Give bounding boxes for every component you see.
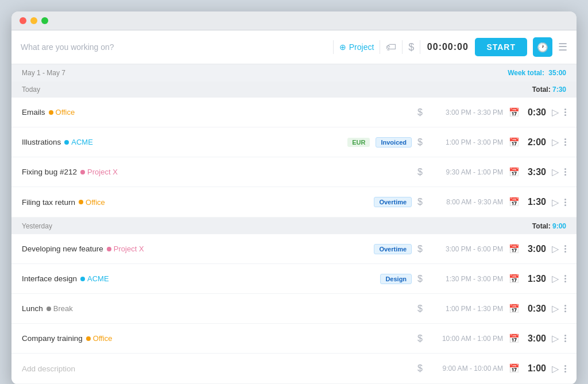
divider3 — [402, 40, 403, 54]
clock-icon: 🕐 — [537, 42, 548, 53]
duration: 0:30 — [525, 107, 546, 118]
dollar-icon[interactable]: $ — [417, 137, 423, 148]
day-total: Total: 7:30 — [532, 86, 566, 94]
close-dot[interactable] — [20, 17, 26, 24]
more-options-button[interactable] — [564, 365, 566, 373]
more-options-button[interactable] — [564, 245, 566, 253]
tag-badge: Overtime — [374, 244, 412, 254]
play-icon[interactable]: ▷ — [552, 243, 559, 254]
calendar-icon[interactable]: 📅 — [509, 274, 520, 284]
table-row: Company training Office $ 10:00 AM - 1:0… — [11, 324, 577, 354]
day-label: Today — [22, 86, 40, 94]
project-name: ACME — [71, 138, 93, 146]
play-icon[interactable]: ▷ — [552, 363, 559, 374]
project-name: Break — [53, 304, 73, 313]
more-options-button[interactable] — [564, 138, 566, 146]
time-range: 1:30 PM - 3:00 PM — [428, 275, 503, 283]
duration: 1:30 — [525, 274, 546, 284]
tag-badge: Invoiced — [376, 137, 412, 148]
clock-button[interactable]: 🕐 — [533, 37, 552, 57]
project-dot: Project X — [80, 168, 118, 176]
play-icon[interactable]: ▷ — [552, 333, 559, 344]
table-row: Emails Office $ 3:00 PM - 3:30 PM 📅 0:30… — [11, 98, 577, 127]
table-row: Illustrations ACME EUR Invoiced $ 1:00 P… — [11, 127, 577, 157]
calendar-icon[interactable]: 📅 — [509, 363, 520, 374]
day-header-0: Today Total: 7:30 — [11, 82, 577, 98]
calendar-icon[interactable]: 📅 — [509, 137, 520, 148]
entry-description: Interface design ACME — [22, 274, 374, 283]
dollar-icon[interactable]: $ — [417, 333, 423, 344]
calendar-icon[interactable]: 📅 — [509, 107, 520, 118]
entry-title: Interface design — [22, 274, 77, 283]
add-description-text[interactable]: Add description — [22, 364, 75, 373]
dot-icon — [80, 170, 85, 174]
play-icon[interactable]: ▷ — [552, 137, 559, 148]
more-options-button[interactable] — [564, 199, 566, 206]
project-label: Project — [349, 42, 374, 52]
dollar-icon[interactable]: $ — [417, 304, 423, 314]
project-dot: Office — [79, 198, 105, 207]
table-row: Fixing bug #212 Project X $ 9:30 AM - 1:… — [11, 157, 577, 187]
more-options-button[interactable] — [564, 168, 566, 176]
time-range: 3:00 PM - 6:00 PM — [428, 245, 503, 253]
entry-description: Fixing bug #212 Project X — [22, 168, 412, 176]
calendar-icon[interactable]: 📅 — [509, 304, 520, 314]
search-input[interactable] — [21, 42, 327, 52]
duration: 0:30 — [525, 304, 546, 314]
play-icon[interactable]: ▷ — [552, 166, 559, 177]
more-options-button[interactable] — [564, 305, 566, 312]
minimize-dot[interactable] — [30, 17, 37, 24]
more-options-button[interactable] — [564, 275, 566, 282]
week-total: Week total: 35:00 — [508, 69, 566, 77]
more-options-button[interactable] — [564, 335, 566, 342]
calendar-icon[interactable]: 📅 — [509, 244, 520, 254]
entry-description: Company training Office — [22, 334, 412, 343]
add-project-button[interactable]: ⊕ Project — [339, 42, 374, 52]
toolbar: ⊕ Project 🏷 $ 00:00:00 START 🕐 ☰ — [11, 30, 577, 64]
project-dot: Project X — [107, 245, 144, 253]
project-dot: Office — [86, 334, 113, 343]
project-name: Office — [93, 334, 113, 343]
dollar-icon[interactable]: $ — [417, 107, 423, 118]
dollar-icon[interactable]: $ — [417, 197, 423, 207]
list-icon[interactable]: ☰ — [558, 41, 567, 53]
more-options-button[interactable] — [564, 108, 566, 116]
entry-description: Add description — [22, 364, 412, 373]
entry-title: Developing new feature — [22, 245, 103, 253]
time-range: 10:00 AM - 1:00 PM — [428, 335, 503, 343]
calendar-icon[interactable]: 📅 — [509, 197, 520, 207]
app-window: ⊕ Project 🏷 $ 00:00:00 START 🕐 ☰ May 1 -… — [11, 11, 577, 384]
time-range: 9:30 AM - 1:00 PM — [428, 168, 503, 176]
day-section-1: Yesterday Total: 9:00 Developing new fea… — [11, 218, 577, 383]
dollar-icon[interactable]: $ — [417, 167, 423, 177]
dollar-icon[interactable]: $ — [417, 274, 423, 284]
time-range: 8:00 AM - 9:30 AM — [428, 198, 503, 206]
dollar-icon[interactable]: $ — [417, 363, 423, 374]
play-icon[interactable]: ▷ — [552, 273, 559, 284]
tag-badge: Overtime — [374, 197, 412, 207]
entry-description: Illustrations ACME — [22, 138, 342, 146]
dot-icon — [49, 110, 53, 115]
maximize-dot[interactable] — [41, 17, 48, 24]
calendar-icon[interactable]: 📅 — [509, 167, 520, 177]
duration: 3:00 — [525, 333, 546, 344]
dollar-icon[interactable]: $ — [408, 41, 414, 53]
play-icon[interactable]: ▷ — [552, 303, 559, 314]
table-row: Interface design ACME Design $ 1:30 PM -… — [11, 264, 577, 294]
entry-description: Filing tax return Office — [22, 198, 368, 207]
entry-description: Developing new feature Project X — [22, 245, 368, 253]
table-row: Developing new feature Project X Overtim… — [11, 234, 577, 264]
duration: 3:00 — [525, 244, 546, 254]
tag-badge: EUR — [347, 138, 370, 147]
start-button[interactable]: START — [475, 38, 527, 56]
dollar-icon[interactable]: $ — [417, 244, 423, 254]
table-row: Filing tax return Office Overtime $ 8:00… — [11, 187, 577, 217]
time-range: 3:00 PM - 3:30 PM — [428, 108, 503, 117]
dot-icon — [86, 336, 91, 341]
entry-description: Lunch Break — [22, 304, 412, 313]
divider — [333, 40, 334, 54]
play-icon[interactable]: ▷ — [552, 197, 559, 208]
play-icon[interactable]: ▷ — [552, 107, 559, 118]
calendar-icon[interactable]: 📅 — [509, 333, 520, 344]
tag-icon[interactable]: 🏷 — [386, 41, 396, 53]
